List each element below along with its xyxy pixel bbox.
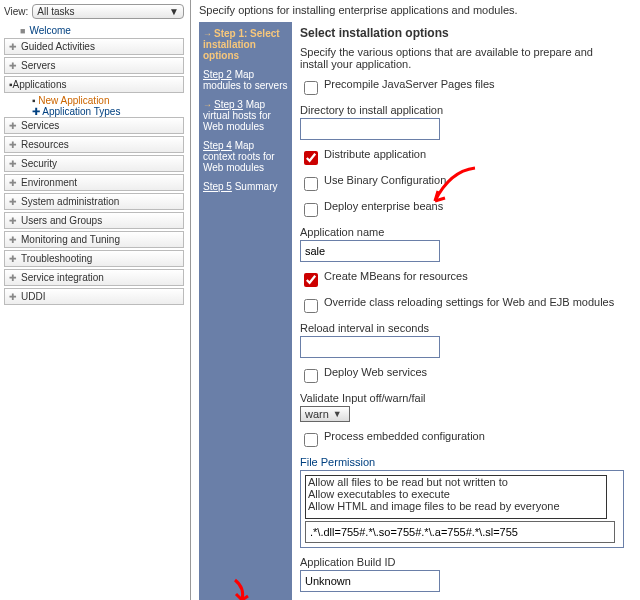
nav-uddi[interactable]: ✚UDDI — [4, 288, 184, 305]
view-select-value: All tasks — [37, 6, 74, 17]
embedded-label: Process embedded configuration — [324, 430, 485, 442]
step-3[interactable]: →Step 3 Map virtual hosts for Web module… — [203, 99, 288, 132]
reload-label: Reload interval in seconds — [300, 322, 624, 334]
view-label: View: — [4, 6, 28, 17]
fp-option-1[interactable]: Allow executables to execute — [306, 488, 606, 500]
mbeans-checkbox[interactable] — [304, 273, 318, 287]
validate-select[interactable]: warn▼ — [300, 406, 350, 422]
deploy-ejb-checkbox[interactable] — [304, 203, 318, 217]
override-label: Override class reloading settings for We… — [324, 296, 614, 308]
left-nav: View: All tasks ▼ ■Welcome ✚Guided Activ… — [0, 0, 190, 600]
fp-label: File Permission — [300, 456, 624, 468]
nav-troubleshooting[interactable]: ✚Troubleshooting — [4, 250, 184, 267]
appname-input[interactable] — [300, 240, 440, 262]
form-title: Select installation options — [300, 26, 624, 40]
nav-monitoring[interactable]: ✚Monitoring and Tuning — [4, 231, 184, 248]
deploy-ws-checkbox[interactable] — [304, 369, 318, 383]
override-checkbox[interactable] — [304, 299, 318, 313]
deploy-ejb-label: Deploy enterprise beans — [324, 200, 443, 212]
reload-input[interactable] — [300, 336, 440, 358]
embedded-checkbox[interactable] — [304, 433, 318, 447]
nav-sysadmin[interactable]: ✚System administration — [4, 193, 184, 210]
fp-option-2[interactable]: Allow HTML and image files to be read by… — [306, 500, 606, 512]
binary-label: Use Binary Configuration — [324, 174, 446, 186]
wizard-steps: →Step 1: Select installation options Ste… — [199, 22, 292, 600]
mbeans-label: Create MBeans for resources — [324, 270, 468, 282]
deploy-ws-label: Deploy Web services — [324, 366, 427, 378]
dir-label: Directory to install application — [300, 104, 624, 116]
distribute-checkbox[interactable] — [304, 151, 318, 165]
main-content: Specify options for installing enterpris… — [190, 0, 640, 600]
dir-input[interactable] — [300, 118, 440, 140]
nav-new-application[interactable]: ▪ New Application — [4, 95, 184, 106]
step-5[interactable]: Step 5 Summary — [203, 181, 288, 192]
fp-pattern-input[interactable] — [305, 521, 615, 543]
chevron-down-icon: ▼ — [169, 6, 179, 17]
build-input[interactable] — [300, 570, 440, 592]
nav-resources[interactable]: ✚Resources — [4, 136, 184, 153]
step-1: →Step 1: Select installation options — [203, 28, 288, 61]
build-label: Application Build ID — [300, 556, 624, 568]
fp-fieldset: Allow all files to be read but not writt… — [300, 470, 624, 548]
validate-label: Validate Input off/warn/fail — [300, 392, 624, 404]
page-description: Specify options for installing enterpris… — [199, 4, 632, 16]
precompile-checkbox[interactable] — [304, 81, 318, 95]
precompile-label: Precompile JavaServer Pages files — [324, 78, 495, 90]
view-select[interactable]: All tasks ▼ — [32, 4, 184, 19]
nav-guided[interactable]: ✚Guided Activities — [4, 38, 184, 55]
form-intro: Specify the various options that are ava… — [300, 46, 624, 70]
chevron-down-icon: ▼ — [333, 409, 342, 419]
nav-environment[interactable]: ✚Environment — [4, 174, 184, 191]
appname-label: Application name — [300, 226, 624, 238]
step-2[interactable]: Step 2 Map modules to servers — [203, 69, 288, 91]
nav-welcome[interactable]: ■Welcome — [4, 23, 184, 38]
nav-users[interactable]: ✚Users and Groups — [4, 212, 184, 229]
distribute-label: Distribute application — [324, 148, 426, 160]
binary-checkbox[interactable] — [304, 177, 318, 191]
fp-option-0[interactable]: Allow all files to be read but not writt… — [306, 476, 606, 488]
nav-services[interactable]: ✚Services — [4, 117, 184, 134]
nav-security[interactable]: ✚Security — [4, 155, 184, 172]
nav-applications[interactable]: ▪Applications — [4, 76, 184, 93]
step-4[interactable]: Step 4 Map context roots for Web modules — [203, 140, 288, 173]
nav-servers[interactable]: ✚Servers — [4, 57, 184, 74]
fp-listbox[interactable]: Allow all files to be read but not writt… — [305, 475, 607, 519]
nav-service-int[interactable]: ✚Service integration — [4, 269, 184, 286]
form-area: Select installation options Specify the … — [292, 22, 632, 600]
nav-application-types[interactable]: ✚ Application Types — [4, 106, 184, 117]
